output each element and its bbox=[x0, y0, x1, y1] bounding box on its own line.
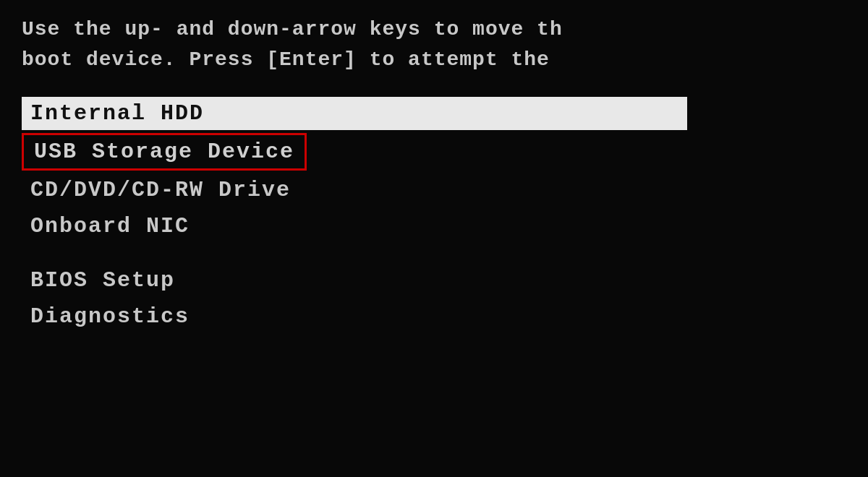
spacer bbox=[22, 246, 846, 264]
boot-item-onboard-nic[interactable]: Onboard NIC bbox=[22, 210, 846, 243]
bios-screen: Use the up- and down-arrow keys to move … bbox=[0, 0, 868, 477]
boot-menu: Internal HDD USB Storage Device CD/DVD/C… bbox=[22, 97, 846, 333]
boot-item-internal-hdd[interactable]: Internal HDD bbox=[22, 97, 687, 130]
boot-item-cd-dvd[interactable]: CD/DVD/CD-RW Drive bbox=[22, 173, 846, 207]
instruction-line-2: boot device. Press [Enter] to attempt th… bbox=[22, 45, 846, 75]
boot-item-usb-storage[interactable]: USB Storage Device bbox=[22, 133, 307, 171]
instruction-block: Use the up- and down-arrow keys to move … bbox=[22, 14, 846, 75]
instruction-line-1: Use the up- and down-arrow keys to move … bbox=[22, 14, 846, 45]
boot-item-bios-setup[interactable]: BIOS Setup bbox=[22, 264, 846, 297]
boot-item-diagnostics[interactable]: Diagnostics bbox=[22, 300, 846, 333]
